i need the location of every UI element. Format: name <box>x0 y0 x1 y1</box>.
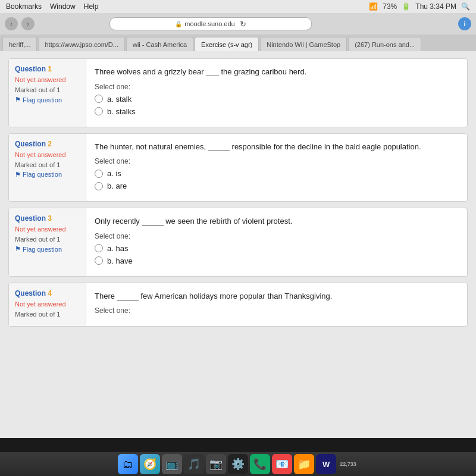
tabs-bar: heriff,... https://www.jpso.com/D... wii… <box>0 35 476 51</box>
question-sidebar-3: Question 3 Not yet answered Marked out o… <box>9 208 86 276</box>
question-status-2: Not yet answered <box>15 151 80 159</box>
dock-app-3[interactable]: 📷 <box>206 454 226 474</box>
question-status-4: Not yet answered <box>15 300 80 309</box>
flag-question-2[interactable]: ⚑ Flag question <box>15 171 80 178</box>
radio-2b[interactable] <box>95 182 103 190</box>
option-label-2a: a. is <box>107 169 121 178</box>
select-label-1: Select one: <box>95 83 459 91</box>
flag-icon-2: ⚑ <box>15 171 21 178</box>
marked-out-2: Marked out of 1 <box>15 161 80 168</box>
radio-2a[interactable] <box>95 170 103 178</box>
tab-0[interactable]: heriff,... <box>2 37 37 51</box>
option-row-3b[interactable]: b. have <box>95 256 459 265</box>
browser-toolbar: ‹ › 🔒 moodle.suno.edu ↻ i <box>0 13 476 35</box>
dock-time-display: 22,733 <box>340 461 356 468</box>
menu-bookmarks[interactable]: Bookmarks <box>6 2 42 11</box>
option-label-2b: b. are <box>107 181 127 190</box>
select-label-2: Select one: <box>95 157 459 165</box>
question-body-2: The hunter, not natural enemies, _____ r… <box>86 134 467 202</box>
battery-icon: 🔋 <box>402 2 411 11</box>
taskbar: 🗂 🧭 📺 🎵 📷 ⚙️ 📞 📧 📁 W 22,733 <box>0 452 476 476</box>
question-number-1: Question 1 <box>15 65 80 73</box>
address-bar[interactable]: 🔒 moodle.suno.edu ↻ <box>109 17 312 30</box>
extension-button[interactable]: i <box>458 17 471 30</box>
option-row-2a[interactable]: a. is <box>95 169 459 178</box>
tab-4[interactable]: Nintendo Wii | GameStop <box>260 37 347 51</box>
question-card-3: Question 3 Not yet answered Marked out o… <box>8 208 468 277</box>
question-sidebar-2: Question 2 Not yet answered Marked out o… <box>9 134 86 202</box>
option-row-3a[interactable]: a. has <box>95 244 459 253</box>
question-card-2: Question 2 Not yet answered Marked out o… <box>8 133 468 202</box>
mac-menu: Bookmarks Window Help <box>6 2 98 11</box>
tab-1[interactable]: https://www.jpso.com/D... <box>38 37 124 51</box>
option-label-1a: a. stalk <box>107 95 131 104</box>
option-row-2b[interactable]: b. are <box>95 181 459 190</box>
question-number-3: Question 3 <box>15 214 80 223</box>
menu-help[interactable]: Help <box>84 2 99 11</box>
select-label-4: Select one: <box>95 306 459 315</box>
dock-app-1[interactable]: 📺 <box>162 454 182 474</box>
radio-3a[interactable] <box>95 244 103 252</box>
dock-word[interactable]: W <box>316 454 336 474</box>
dock-app-7[interactable]: 📁 <box>294 454 314 474</box>
word-label: W <box>322 460 330 469</box>
flag-icon-1: ⚑ <box>15 96 21 104</box>
option-label-1b: b. stalks <box>107 107 136 116</box>
option-label-3a: a. has <box>107 244 128 253</box>
question-sidebar-4: Question 4 Not yet answered Marked out o… <box>9 283 86 326</box>
back-button[interactable]: ‹ <box>5 17 18 30</box>
question-number-4: Question 4 <box>15 289 80 298</box>
flag-icon-3: ⚑ <box>15 245 21 253</box>
menu-window[interactable]: Window <box>50 2 76 11</box>
marked-out-4: Marked out of 1 <box>15 311 80 318</box>
question-status-1: Not yet answered <box>15 76 80 84</box>
question-card-1: Question 1 Not yet answered Marked out o… <box>8 58 468 127</box>
lock-icon: 🔒 <box>175 21 182 27</box>
question-body-3: Only recently _____ we seen the rebirth … <box>86 208 467 276</box>
content-area: Question 1 Not yet answered Marked out o… <box>0 51 476 438</box>
wifi-icon: 📶 <box>369 2 378 11</box>
dock-app-5[interactable]: 📞 <box>250 454 270 474</box>
question-text-1: Three wolves and a grizzly bear ___ the … <box>95 66 459 78</box>
question-text-3: Only recently _____ we seen the rebirth … <box>95 215 459 227</box>
marked-out-1: Marked out of 1 <box>15 86 80 93</box>
dock-app-6[interactable]: 📧 <box>272 454 292 474</box>
flag-question-3[interactable]: ⚑ Flag question <box>15 245 80 253</box>
question-text-2: The hunter, not natural enemies, _____ r… <box>95 141 459 153</box>
question-status-3: Not yet answered <box>15 225 80 234</box>
radio-1a[interactable] <box>95 95 103 103</box>
radio-1b[interactable] <box>95 107 103 115</box>
flag-question-1[interactable]: ⚑ Flag question <box>15 96 80 104</box>
question-sidebar-1: Question 1 Not yet answered Marked out o… <box>9 59 86 127</box>
option-row-1a[interactable]: a. stalk <box>95 95 459 104</box>
dock-app-4[interactable]: ⚙️ <box>228 454 248 474</box>
question-card-4: Question 4 Not yet answered Marked out o… <box>8 283 468 327</box>
option-row-1b[interactable]: b. stalks <box>95 107 459 116</box>
mac-topbar: Bookmarks Window Help 📶 73% 🔋 Thu 3:34 P… <box>0 0 476 13</box>
reload-button[interactable]: ↻ <box>240 20 246 29</box>
question-body-4: There _____ few American holidays more p… <box>86 283 467 326</box>
question-number-2: Question 2 <box>15 140 80 148</box>
battery-level: 73% <box>383 2 397 11</box>
url-display: moodle.suno.edu <box>184 20 234 27</box>
clock: Thu 3:34 PM <box>415 2 456 11</box>
forward-button[interactable]: › <box>21 17 35 30</box>
select-label-3: Select one: <box>95 232 459 240</box>
tab-exercise[interactable]: Exercise (s-v agr) <box>195 37 259 51</box>
dock-time: 22,733 <box>338 460 358 469</box>
dock-app-2[interactable]: 🎵 <box>184 454 204 474</box>
question-text-4: There _____ few American holidays more p… <box>95 290 459 302</box>
question-body-1: Three wolves and a grizzly bear ___ the … <box>86 59 467 127</box>
dock-finder[interactable]: 🗂 <box>118 454 138 474</box>
search-icon[interactable]: 🔍 <box>461 2 470 11</box>
dock-safari[interactable]: 🧭 <box>140 454 160 474</box>
tab-2[interactable]: wii - Cash America <box>126 37 193 51</box>
radio-3b[interactable] <box>95 256 103 265</box>
tab-5[interactable]: (267) Run-ons and... <box>348 37 421 51</box>
marked-out-3: Marked out of 1 <box>15 236 80 243</box>
option-label-3b: b. have <box>107 256 133 265</box>
